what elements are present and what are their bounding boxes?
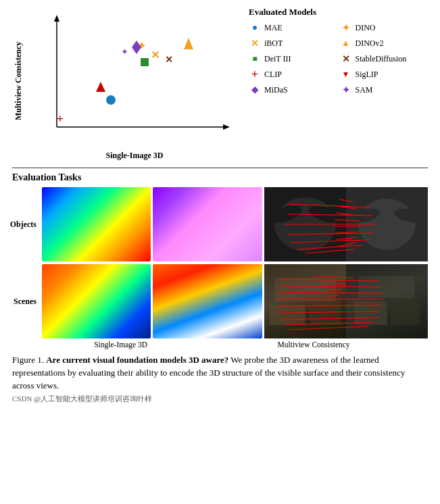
caption-fig-label: Figure 1. <box>12 355 44 365</box>
legend-mae-label: MAE <box>264 23 283 33</box>
eval-images-scenes <box>42 264 428 338</box>
legend-mae: ● MAE <box>249 22 337 34</box>
caption-watermark: CSDN @人工智能大模型讲师培训咨询叶样 <box>12 395 152 403</box>
bird-left-svg <box>264 187 346 261</box>
point-stablediffusion: ✕ <box>165 55 173 65</box>
legend-sam: ✦ SAM <box>340 84 429 96</box>
eval-grid: Objects <box>12 187 428 338</box>
depth-scene-1 <box>42 264 151 338</box>
point-ibot: ✕ <box>151 49 160 61</box>
multiview-objects <box>264 187 428 261</box>
scatter-plot-area: Multiview Consistency + <box>12 7 242 162</box>
legend-siglip: ▼ SigLIP <box>340 68 429 80</box>
legend-sam-symbol: ✦ <box>340 84 352 96</box>
legend-deit: ■ DeiT III <box>249 53 337 65</box>
scatter-section: Multiview Consistency + <box>12 7 428 162</box>
room-right-svg <box>346 264 428 338</box>
point-siglip <box>96 82 105 92</box>
legend-ibot: ✕ iBOT <box>249 37 337 49</box>
mv-bird-right <box>346 187 428 261</box>
bird-right-svg <box>346 187 428 261</box>
legend-dinov2-symbol: ▲ <box>340 37 352 49</box>
svg-marker-2 <box>54 15 59 22</box>
legend-dinov2: ▲ DINOv2 <box>340 37 429 49</box>
svg-point-4 <box>274 197 336 251</box>
figure-caption: Figure 1. Are current visual foundation … <box>12 354 428 405</box>
legend-stablediff-label: StableDiffusion <box>356 54 407 64</box>
legend-siglip-label: SigLIP <box>356 70 378 80</box>
svg-point-7 <box>358 199 416 250</box>
mv-room-left <box>264 264 346 338</box>
svg-rect-31 <box>358 276 414 298</box>
eval-title: Evaluation Tasks <box>12 172 428 183</box>
legend-ibot-label: iBOT <box>264 39 283 49</box>
legend-midas: ◆ MiDaS <box>249 84 337 96</box>
eval-row-scenes: Scenes <box>12 264 428 338</box>
main-container: Multiview Consistency + <box>0 0 440 411</box>
scatter-graph: + ✕ ✦ ✕ ✦ <box>36 12 233 144</box>
svg-rect-26 <box>269 305 305 325</box>
legend-area: Evaluated Models ● MAE ✦ DINO ✕ iBOT ▲ <box>242 7 428 96</box>
depth-object-2 <box>153 187 262 261</box>
legend-title: Evaluated Models <box>249 7 428 18</box>
eval-section: Evaluation Tasks Objects <box>12 172 428 349</box>
y-axis-label: Multiview Consistency <box>14 27 24 135</box>
svg-marker-3 <box>223 124 230 130</box>
legend-ibot-symbol: ✕ <box>249 37 261 49</box>
depth-scene-2 <box>153 264 262 338</box>
legend-dino: ✦ DINO <box>340 22 429 34</box>
sub-label-single-image: Single-Image 3D <box>42 341 197 349</box>
svg-rect-28 <box>274 278 336 301</box>
svg-rect-29 <box>354 301 387 325</box>
legend-clip-label: CLIP <box>264 70 282 80</box>
mv-bird-left <box>264 187 346 261</box>
legend-deit-symbol: ■ <box>249 53 261 65</box>
legend-clip-symbol: + <box>249 68 261 80</box>
point-dinov2 <box>184 38 193 49</box>
scatter-svg: + ✕ ✦ ✕ ✦ <box>36 12 233 144</box>
multiview-scenes <box>264 264 428 338</box>
legend-dino-symbol: ✦ <box>340 22 352 34</box>
point-clip: + <box>57 112 64 126</box>
legend-deit-label: DeiT III <box>264 54 291 64</box>
sub-label-spacer <box>12 341 39 349</box>
row-label-scenes: Scenes <box>12 264 39 338</box>
legend-dinov2-label: DINOv2 <box>356 39 384 49</box>
legend-grid: ● MAE ✦ DINO ✕ iBOT ▲ DINOv2 ■ <box>249 22 428 96</box>
depth-object-1 <box>42 187 151 261</box>
legend-mae-symbol: ● <box>249 22 261 34</box>
point-sam: ✦ <box>121 47 128 57</box>
legend-midas-label: MiDaS <box>264 85 288 95</box>
point-deit <box>141 58 149 66</box>
svg-rect-30 <box>391 297 420 325</box>
legend-stablediff-symbol: ✕ <box>340 53 352 65</box>
x-axis-label: Single-Image 3D <box>36 151 233 161</box>
legend-stablediff: ✕ StableDiffusion <box>340 53 429 65</box>
point-mae <box>106 95 116 105</box>
section-divider <box>12 168 428 168</box>
svg-rect-27 <box>310 298 341 325</box>
sub-labels: Single-Image 3D Multiview Consistency <box>12 341 428 349</box>
sub-label-multiview: Multiview Consistency <box>199 341 428 349</box>
legend-clip: + CLIP <box>249 68 337 80</box>
legend-midas-symbol: ◆ <box>249 84 261 96</box>
mv-room-right <box>346 264 428 338</box>
legend-siglip-symbol: ▼ <box>340 68 352 80</box>
legend-dino-label: DINO <box>356 23 376 33</box>
caption-bold: Are current visual foundation models 3D … <box>46 355 228 365</box>
legend-sam-label: SAM <box>356 85 373 95</box>
eval-row-objects: Objects <box>12 187 428 261</box>
row-label-objects: Objects <box>12 187 39 261</box>
room-left-svg <box>264 264 346 338</box>
eval-images-objects <box>42 187 428 261</box>
